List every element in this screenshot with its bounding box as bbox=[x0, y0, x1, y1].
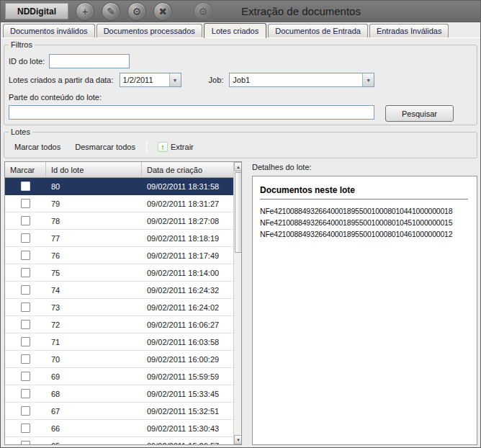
row-checkbox[interactable] bbox=[21, 251, 30, 260]
tab-lotes-criados[interactable]: Lotes criados bbox=[204, 23, 266, 38]
lot-content-label: Parte do conteúdo do lote: bbox=[9, 93, 102, 102]
row-creation-date: 09/02/2011 18:18:19 bbox=[142, 234, 233, 243]
row-lot-id: 79 bbox=[46, 200, 142, 208]
job-dropdown-icon[interactable]: ▼ bbox=[362, 73, 374, 86]
row-lot-id: 74 bbox=[46, 286, 142, 295]
details-header: Documentos neste lote bbox=[260, 185, 468, 200]
row-creation-date: 09/02/2011 18:14:00 bbox=[142, 269, 233, 277]
row-checkbox[interactable] bbox=[21, 303, 30, 312]
row-checkbox[interactable] bbox=[21, 268, 30, 277]
row-checkbox[interactable] bbox=[21, 182, 30, 191]
row-checkbox[interactable] bbox=[21, 285, 30, 295]
table-row[interactable]: 68 09/02/2011 15:33:45 bbox=[5, 385, 233, 403]
tab-documentos-de-entrada[interactable]: Documentos de Entrada bbox=[268, 24, 368, 37]
row-checkbox[interactable] bbox=[21, 216, 30, 225]
lotes-group-label: Lotes bbox=[9, 127, 32, 136]
table-row[interactable]: 66 09/02/2011 15:30:43 bbox=[5, 420, 233, 437]
row-lot-id: 77 bbox=[46, 234, 142, 243]
grid-header: Marcar Id do lote Data de criação bbox=[5, 162, 233, 178]
details-box: Documentos neste lote NFe421008849326640… bbox=[252, 176, 477, 445]
row-creation-date: 09/02/2011 15:59:59 bbox=[142, 372, 233, 381]
table-row[interactable]: 75 09/02/2011 18:14:00 bbox=[5, 264, 233, 282]
row-creation-date: 09/02/2011 18:27:08 bbox=[142, 217, 233, 225]
row-checkbox[interactable] bbox=[21, 441, 30, 444]
table-row[interactable]: 67 09/02/2011 15:32:51 bbox=[5, 403, 233, 420]
row-creation-date: 09/02/2011 16:03:58 bbox=[142, 338, 233, 346]
lotes-toolbar: Marcar todos Desmarcar todos ↑ Extrair bbox=[9, 139, 472, 155]
row-lot-id: 71 bbox=[46, 338, 142, 346]
row-creation-date: 09/02/2011 15:33:45 bbox=[142, 390, 233, 398]
page-title: Extração de documentos bbox=[241, 5, 361, 17]
mark-all-button[interactable]: Marcar todos bbox=[9, 140, 66, 154]
job-select-value: Job1 bbox=[230, 76, 362, 84]
scroll-down-icon[interactable]: ▼ bbox=[234, 435, 242, 444]
table-row[interactable]: 72 09/02/2011 16:06:27 bbox=[5, 316, 233, 333]
table-row[interactable]: 69 09/02/2011 15:59:59 bbox=[5, 368, 233, 385]
row-lot-id: 70 bbox=[46, 355, 142, 364]
extract-button[interactable]: ↑ Extrair bbox=[152, 139, 199, 155]
scroll-up-icon[interactable]: ▲ bbox=[234, 162, 242, 171]
column-header-marcar[interactable]: Marcar bbox=[5, 162, 46, 177]
column-header-id[interactable]: Id do lote bbox=[46, 162, 142, 177]
row-lot-id: 68 bbox=[46, 390, 142, 398]
row-creation-date: 09/02/2011 16:24:02 bbox=[142, 303, 233, 312]
tab-documentos-processados[interactable]: Documentos processados bbox=[96, 24, 202, 37]
add-icon[interactable]: + bbox=[76, 2, 94, 21]
table-row[interactable]: 70 09/02/2011 16:00:29 bbox=[5, 351, 233, 368]
edit-icon[interactable]: ✎ bbox=[102, 2, 120, 21]
row-checkbox[interactable] bbox=[21, 337, 30, 346]
date-picker[interactable]: 1/2/2011 ▼ bbox=[120, 73, 181, 87]
row-creation-date: 09/02/2011 18:31:58 bbox=[142, 182, 233, 191]
row-lot-id: 67 bbox=[46, 407, 142, 416]
row-lot-id: 73 bbox=[46, 303, 142, 312]
row-creation-date: 09/02/2011 15:30:43 bbox=[142, 424, 233, 433]
row-checkbox[interactable] bbox=[21, 354, 30, 364]
scrollbar-thumb[interactable] bbox=[235, 172, 242, 253]
stop-icon[interactable]: ✖ bbox=[153, 2, 172, 21]
tab-entradas-invalidas[interactable]: Entradas Inválidas bbox=[369, 24, 449, 37]
extract-button-label: Extrair bbox=[171, 143, 194, 151]
row-checkbox[interactable] bbox=[21, 424, 30, 433]
settings-icon[interactable]: ⚙ bbox=[127, 2, 146, 21]
row-lot-id: 72 bbox=[46, 321, 142, 329]
row-checkbox[interactable] bbox=[21, 320, 30, 329]
row-checkbox[interactable] bbox=[21, 389, 30, 398]
row-checkbox[interactable] bbox=[21, 406, 30, 416]
lot-id-input[interactable] bbox=[49, 54, 130, 68]
row-checkbox[interactable] bbox=[21, 233, 30, 243]
date-dropdown-icon[interactable]: ▼ bbox=[169, 73, 181, 86]
row-creation-date: 09/02/2011 18:17:49 bbox=[142, 251, 233, 260]
top-toolbar: NDDigital + ✎ ⚙ ✖ ⚙ Extração de document… bbox=[1, 1, 480, 22]
table-row[interactable]: 74 09/02/2011 16:24:32 bbox=[5, 282, 233, 299]
table-row[interactable]: 77 09/02/2011 18:18:19 bbox=[5, 230, 233, 247]
document-key: NFe4210088493266400018955001000801045100… bbox=[260, 218, 471, 229]
main-area: Marcar Id do lote Data de criação 80 09/… bbox=[1, 158, 480, 445]
toolbar-separator bbox=[146, 140, 147, 153]
grid-scrollbar[interactable]: ▲ ▼ bbox=[233, 162, 242, 444]
row-lot-id: 80 bbox=[46, 182, 142, 191]
table-row[interactable]: 78 09/02/2011 18:27:08 bbox=[5, 212, 233, 230]
lot-content-input[interactable] bbox=[9, 105, 374, 120]
job-select[interactable]: Job1 ▼ bbox=[229, 73, 374, 87]
table-row[interactable]: 71 09/02/2011 16:03:58 bbox=[5, 333, 233, 351]
tab-documentos-invalidos[interactable]: Documentos inválidos bbox=[3, 24, 95, 37]
table-row[interactable]: 76 09/02/2011 18:17:49 bbox=[5, 247, 233, 264]
table-row[interactable]: 80 09/02/2011 18:31:58 bbox=[5, 178, 233, 195]
search-button[interactable]: Pesquisar bbox=[385, 105, 454, 122]
column-header-data[interactable]: Data de criação bbox=[142, 162, 233, 177]
details-label: Detalhes do lote: bbox=[252, 163, 477, 171]
row-checkbox[interactable] bbox=[21, 199, 30, 208]
app-window: NDDigital + ✎ ⚙ ✖ ⚙ Extração de document… bbox=[0, 0, 481, 448]
unmark-all-button[interactable]: Desmarcar todos bbox=[69, 140, 141, 154]
lote-grid-body: 80 09/02/2011 18:31:58 79 09/02/2011 18:… bbox=[5, 178, 233, 444]
scrollbar-track[interactable] bbox=[234, 254, 242, 435]
toolbar-icons: + ✎ ⚙ ✖ ⚙ bbox=[76, 2, 212, 21]
table-row[interactable]: 65 09/02/2011 15:26:57 bbox=[5, 437, 233, 444]
row-checkbox[interactable] bbox=[21, 372, 30, 381]
table-row[interactable]: 79 09/02/2011 18:31:27 bbox=[5, 195, 233, 212]
date-picker-value: 1/2/2011 bbox=[120, 76, 169, 84]
job-label: Job: bbox=[209, 76, 224, 84]
table-row[interactable]: 73 09/02/2011 16:24:02 bbox=[5, 299, 233, 316]
document-key: NFe4210088493266400018955001000801044100… bbox=[260, 206, 471, 218]
row-lot-id: 78 bbox=[46, 217, 142, 225]
